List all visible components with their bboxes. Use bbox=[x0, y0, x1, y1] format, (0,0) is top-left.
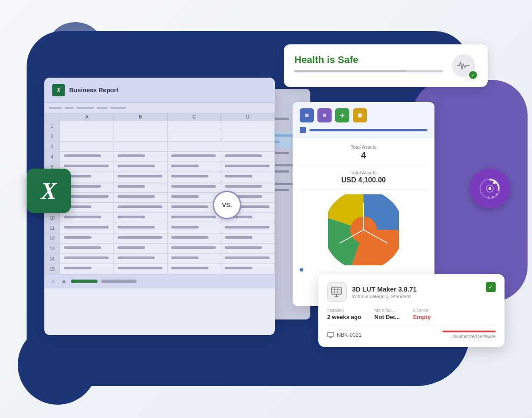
cell bbox=[221, 121, 275, 131]
table-row: 4 bbox=[44, 152, 275, 162]
software-subtitle: Without category, Standard bbox=[352, 294, 417, 299]
software-meta: Installed 2 weeks ago Manufac... Not Det… bbox=[327, 308, 496, 320]
ctrl-dot-purple bbox=[323, 114, 326, 117]
cell bbox=[168, 254, 221, 264]
device-label: NBK-0021 bbox=[337, 332, 361, 338]
table-row: 7 bbox=[44, 182, 275, 193]
excel-header: X Business Report bbox=[44, 78, 275, 103]
cell bbox=[114, 162, 168, 172]
unauthorized-bar bbox=[442, 331, 496, 332]
row-num: 10 bbox=[44, 213, 60, 223]
asset-divider-2 bbox=[300, 189, 427, 190]
cell bbox=[114, 121, 168, 131]
cell bbox=[114, 264, 168, 274]
assets-controls: + bbox=[300, 108, 427, 122]
col-header-d: D bbox=[221, 113, 275, 121]
excel-x-letter: X bbox=[41, 178, 57, 204]
table-row: 11 bbox=[44, 223, 275, 233]
sheet-tab-active[interactable] bbox=[71, 280, 98, 283]
cell bbox=[221, 254, 275, 264]
row-num: 3 bbox=[44, 142, 60, 151]
row-num: 14 bbox=[44, 254, 60, 264]
excel-toolbar bbox=[44, 103, 275, 113]
pie-chart bbox=[328, 194, 399, 265]
cell bbox=[114, 203, 168, 213]
ctrl-btn-purple[interactable] bbox=[317, 108, 332, 122]
software-footer: NBK-0021 Unauthorized Software bbox=[327, 326, 496, 339]
meta-installed-label: Installed bbox=[327, 308, 361, 313]
software-title-section: 3D LUT Maker 3.8.71 Without category, St… bbox=[327, 282, 486, 302]
assets-header: + bbox=[293, 102, 434, 138]
cell bbox=[114, 142, 168, 151]
cell bbox=[221, 264, 275, 274]
cell bbox=[168, 223, 221, 233]
cell bbox=[60, 254, 114, 264]
sheet-menu-button[interactable]: ≡ bbox=[60, 278, 67, 285]
software-app-icon bbox=[327, 282, 347, 302]
health-title: Health is Safe bbox=[294, 54, 443, 66]
ctrl-dot-yellow bbox=[358, 113, 362, 118]
excel-logo-big: X bbox=[27, 169, 71, 213]
software-name: 3D LUT Maker 3.8.71 bbox=[352, 285, 417, 293]
cell bbox=[221, 131, 275, 141]
cell bbox=[114, 172, 168, 182]
add-sheet-button[interactable]: + bbox=[50, 278, 57, 285]
row-num-spacer bbox=[44, 113, 60, 121]
col-headers: A B C D bbox=[44, 113, 275, 121]
ctrl-btn-green[interactable]: + bbox=[335, 108, 349, 122]
table-row: 15 bbox=[44, 264, 275, 274]
cell bbox=[168, 142, 221, 151]
health-progress-fill bbox=[294, 70, 406, 72]
toolbar-line-5 bbox=[110, 107, 126, 109]
cell bbox=[168, 264, 221, 274]
excel-footer: + ≡ bbox=[44, 274, 275, 288]
toolbar-line-2 bbox=[65, 107, 74, 109]
total-assets-count-label: Total Assets bbox=[300, 144, 427, 150]
row-num: 2 bbox=[44, 131, 60, 141]
purple-logo bbox=[470, 169, 510, 209]
svg-rect-0 bbox=[332, 287, 341, 294]
total-assets-count-section: Total Assets 4 bbox=[300, 144, 427, 161]
row-num: 1 bbox=[44, 121, 60, 131]
software-header: 3D LUT Maker 3.8.71 Without category, St… bbox=[327, 282, 496, 302]
cell bbox=[168, 182, 221, 192]
toolbar-line-1 bbox=[49, 107, 62, 109]
sheet-tab-inactive[interactable] bbox=[101, 280, 137, 283]
row-num: 12 bbox=[44, 233, 60, 243]
meta-license-value: Empty bbox=[413, 314, 431, 320]
svg-rect-7 bbox=[328, 332, 334, 337]
cell bbox=[60, 213, 114, 223]
row-num: 15 bbox=[44, 264, 60, 274]
unauthorized-label: Unauthorized Software bbox=[450, 334, 496, 339]
cell bbox=[168, 244, 221, 253]
toolbar-line-3 bbox=[76, 107, 94, 109]
svg-point-11 bbox=[493, 181, 496, 184]
software-name-block: 3D LUT Maker 3.8.71 Without category, St… bbox=[352, 285, 417, 299]
cell bbox=[114, 131, 168, 141]
table-row: 14 bbox=[44, 254, 275, 264]
cell bbox=[221, 152, 275, 162]
cell bbox=[60, 233, 114, 243]
meta-license-label: License bbox=[413, 308, 431, 313]
ctrl-btn-yellow[interactable] bbox=[353, 108, 367, 122]
col-header-c: C bbox=[168, 113, 221, 121]
vs-badge: VS. bbox=[213, 191, 241, 219]
purple-logo-svg bbox=[479, 177, 501, 200]
health-text-section: Health is Safe bbox=[294, 54, 443, 72]
svg-point-13 bbox=[489, 187, 491, 190]
svg-point-15 bbox=[496, 193, 497, 195]
progress-sq bbox=[300, 127, 306, 133]
table-row: 1 bbox=[44, 121, 275, 131]
cell bbox=[114, 233, 168, 243]
cell bbox=[114, 244, 168, 253]
excel-title: Business Report bbox=[69, 87, 118, 94]
cell bbox=[114, 193, 168, 202]
pie-legend bbox=[300, 268, 427, 272]
table-row: 6 bbox=[44, 172, 275, 182]
svg-point-14 bbox=[497, 189, 499, 191]
progress-line bbox=[309, 129, 427, 131]
row-num: 13 bbox=[44, 244, 60, 253]
cell bbox=[114, 254, 168, 264]
meta-license: License Empty bbox=[413, 308, 431, 320]
ctrl-btn-blue[interactable] bbox=[300, 108, 314, 122]
